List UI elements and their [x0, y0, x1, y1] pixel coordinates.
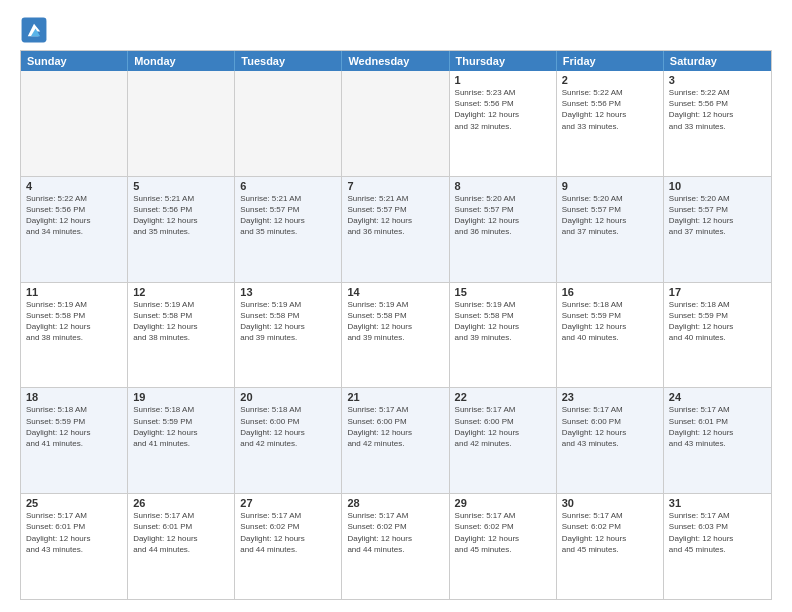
- day-number: 16: [562, 286, 658, 298]
- day-cell-15: 15Sunrise: 5:19 AM Sunset: 5:58 PM Dayli…: [450, 283, 557, 388]
- day-number: 13: [240, 286, 336, 298]
- header-day-friday: Friday: [557, 51, 664, 71]
- cell-info: Sunrise: 5:19 AM Sunset: 5:58 PM Dayligh…: [133, 299, 229, 344]
- cell-info: Sunrise: 5:19 AM Sunset: 5:58 PM Dayligh…: [26, 299, 122, 344]
- day-number: 30: [562, 497, 658, 509]
- day-cell-14: 14Sunrise: 5:19 AM Sunset: 5:58 PM Dayli…: [342, 283, 449, 388]
- empty-cell: [342, 71, 449, 176]
- day-number: 23: [562, 391, 658, 403]
- cell-info: Sunrise: 5:17 AM Sunset: 6:00 PM Dayligh…: [562, 404, 658, 449]
- day-cell-16: 16Sunrise: 5:18 AM Sunset: 5:59 PM Dayli…: [557, 283, 664, 388]
- day-number: 3: [669, 74, 766, 86]
- day-number: 11: [26, 286, 122, 298]
- calendar-row-0: 1Sunrise: 5:23 AM Sunset: 5:56 PM Daylig…: [21, 71, 771, 176]
- day-cell-10: 10Sunrise: 5:20 AM Sunset: 5:57 PM Dayli…: [664, 177, 771, 282]
- cell-info: Sunrise: 5:22 AM Sunset: 5:56 PM Dayligh…: [669, 87, 766, 132]
- day-number: 12: [133, 286, 229, 298]
- day-cell-11: 11Sunrise: 5:19 AM Sunset: 5:58 PM Dayli…: [21, 283, 128, 388]
- day-cell-3: 3Sunrise: 5:22 AM Sunset: 5:56 PM Daylig…: [664, 71, 771, 176]
- day-cell-24: 24Sunrise: 5:17 AM Sunset: 6:01 PM Dayli…: [664, 388, 771, 493]
- cell-info: Sunrise: 5:18 AM Sunset: 6:00 PM Dayligh…: [240, 404, 336, 449]
- page: SundayMondayTuesdayWednesdayThursdayFrid…: [0, 0, 792, 612]
- day-number: 25: [26, 497, 122, 509]
- cell-info: Sunrise: 5:18 AM Sunset: 5:59 PM Dayligh…: [133, 404, 229, 449]
- day-cell-1: 1Sunrise: 5:23 AM Sunset: 5:56 PM Daylig…: [450, 71, 557, 176]
- day-number: 27: [240, 497, 336, 509]
- day-number: 15: [455, 286, 551, 298]
- day-number: 18: [26, 391, 122, 403]
- day-number: 17: [669, 286, 766, 298]
- cell-info: Sunrise: 5:22 AM Sunset: 5:56 PM Dayligh…: [562, 87, 658, 132]
- header-day-saturday: Saturday: [664, 51, 771, 71]
- day-cell-23: 23Sunrise: 5:17 AM Sunset: 6:00 PM Dayli…: [557, 388, 664, 493]
- cell-info: Sunrise: 5:19 AM Sunset: 5:58 PM Dayligh…: [347, 299, 443, 344]
- day-cell-22: 22Sunrise: 5:17 AM Sunset: 6:00 PM Dayli…: [450, 388, 557, 493]
- day-cell-25: 25Sunrise: 5:17 AM Sunset: 6:01 PM Dayli…: [21, 494, 128, 599]
- day-cell-18: 18Sunrise: 5:18 AM Sunset: 5:59 PM Dayli…: [21, 388, 128, 493]
- cell-info: Sunrise: 5:23 AM Sunset: 5:56 PM Dayligh…: [455, 87, 551, 132]
- day-cell-12: 12Sunrise: 5:19 AM Sunset: 5:58 PM Dayli…: [128, 283, 235, 388]
- day-number: 29: [455, 497, 551, 509]
- cell-info: Sunrise: 5:22 AM Sunset: 5:56 PM Dayligh…: [26, 193, 122, 238]
- cell-info: Sunrise: 5:20 AM Sunset: 5:57 PM Dayligh…: [455, 193, 551, 238]
- day-cell-6: 6Sunrise: 5:21 AM Sunset: 5:57 PM Daylig…: [235, 177, 342, 282]
- day-cell-13: 13Sunrise: 5:19 AM Sunset: 5:58 PM Dayli…: [235, 283, 342, 388]
- day-number: 21: [347, 391, 443, 403]
- day-cell-31: 31Sunrise: 5:17 AM Sunset: 6:03 PM Dayli…: [664, 494, 771, 599]
- header: [20, 16, 772, 44]
- day-number: 8: [455, 180, 551, 192]
- day-cell-9: 9Sunrise: 5:20 AM Sunset: 5:57 PM Daylig…: [557, 177, 664, 282]
- day-cell-28: 28Sunrise: 5:17 AM Sunset: 6:02 PM Dayli…: [342, 494, 449, 599]
- calendar-body: 1Sunrise: 5:23 AM Sunset: 5:56 PM Daylig…: [21, 71, 771, 599]
- cell-info: Sunrise: 5:17 AM Sunset: 6:01 PM Dayligh…: [26, 510, 122, 555]
- day-number: 19: [133, 391, 229, 403]
- cell-info: Sunrise: 5:17 AM Sunset: 6:02 PM Dayligh…: [455, 510, 551, 555]
- cell-info: Sunrise: 5:21 AM Sunset: 5:56 PM Dayligh…: [133, 193, 229, 238]
- calendar-header: SundayMondayTuesdayWednesdayThursdayFrid…: [21, 51, 771, 71]
- day-cell-27: 27Sunrise: 5:17 AM Sunset: 6:02 PM Dayli…: [235, 494, 342, 599]
- day-number: 22: [455, 391, 551, 403]
- day-number: 10: [669, 180, 766, 192]
- cell-info: Sunrise: 5:17 AM Sunset: 6:01 PM Dayligh…: [133, 510, 229, 555]
- day-cell-21: 21Sunrise: 5:17 AM Sunset: 6:00 PM Dayli…: [342, 388, 449, 493]
- cell-info: Sunrise: 5:17 AM Sunset: 6:03 PM Dayligh…: [669, 510, 766, 555]
- day-number: 24: [669, 391, 766, 403]
- day-number: 28: [347, 497, 443, 509]
- day-number: 4: [26, 180, 122, 192]
- day-number: 5: [133, 180, 229, 192]
- day-cell-2: 2Sunrise: 5:22 AM Sunset: 5:56 PM Daylig…: [557, 71, 664, 176]
- cell-info: Sunrise: 5:21 AM Sunset: 5:57 PM Dayligh…: [347, 193, 443, 238]
- cell-info: Sunrise: 5:17 AM Sunset: 6:02 PM Dayligh…: [240, 510, 336, 555]
- cell-info: Sunrise: 5:18 AM Sunset: 5:59 PM Dayligh…: [26, 404, 122, 449]
- cell-info: Sunrise: 5:20 AM Sunset: 5:57 PM Dayligh…: [562, 193, 658, 238]
- header-day-wednesday: Wednesday: [342, 51, 449, 71]
- cell-info: Sunrise: 5:18 AM Sunset: 5:59 PM Dayligh…: [562, 299, 658, 344]
- day-number: 1: [455, 74, 551, 86]
- day-number: 20: [240, 391, 336, 403]
- day-cell-30: 30Sunrise: 5:17 AM Sunset: 6:02 PM Dayli…: [557, 494, 664, 599]
- day-number: 7: [347, 180, 443, 192]
- day-cell-20: 20Sunrise: 5:18 AM Sunset: 6:00 PM Dayli…: [235, 388, 342, 493]
- day-cell-8: 8Sunrise: 5:20 AM Sunset: 5:57 PM Daylig…: [450, 177, 557, 282]
- cell-info: Sunrise: 5:18 AM Sunset: 5:59 PM Dayligh…: [669, 299, 766, 344]
- day-number: 26: [133, 497, 229, 509]
- cell-info: Sunrise: 5:17 AM Sunset: 6:02 PM Dayligh…: [562, 510, 658, 555]
- cell-info: Sunrise: 5:19 AM Sunset: 5:58 PM Dayligh…: [455, 299, 551, 344]
- cell-info: Sunrise: 5:17 AM Sunset: 6:00 PM Dayligh…: [347, 404, 443, 449]
- day-number: 9: [562, 180, 658, 192]
- day-cell-7: 7Sunrise: 5:21 AM Sunset: 5:57 PM Daylig…: [342, 177, 449, 282]
- header-day-monday: Monday: [128, 51, 235, 71]
- header-day-sunday: Sunday: [21, 51, 128, 71]
- day-cell-29: 29Sunrise: 5:17 AM Sunset: 6:02 PM Dayli…: [450, 494, 557, 599]
- calendar-row-2: 11Sunrise: 5:19 AM Sunset: 5:58 PM Dayli…: [21, 282, 771, 388]
- day-cell-5: 5Sunrise: 5:21 AM Sunset: 5:56 PM Daylig…: [128, 177, 235, 282]
- calendar-row-1: 4Sunrise: 5:22 AM Sunset: 5:56 PM Daylig…: [21, 176, 771, 282]
- day-number: 6: [240, 180, 336, 192]
- empty-cell: [235, 71, 342, 176]
- logo-icon: [20, 16, 48, 44]
- day-number: 31: [669, 497, 766, 509]
- cell-info: Sunrise: 5:17 AM Sunset: 6:00 PM Dayligh…: [455, 404, 551, 449]
- empty-cell: [128, 71, 235, 176]
- day-cell-17: 17Sunrise: 5:18 AM Sunset: 5:59 PM Dayli…: [664, 283, 771, 388]
- day-number: 14: [347, 286, 443, 298]
